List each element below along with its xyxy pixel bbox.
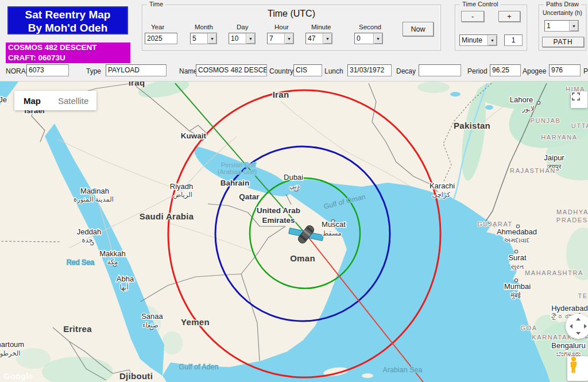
map-label: Red Sea bbox=[67, 258, 95, 267]
map-label: RAJASTHAN bbox=[510, 167, 556, 174]
map-label: MADHYA bbox=[556, 209, 588, 215]
time-step-plus-button[interactable]: + bbox=[498, 11, 520, 22]
info-label-period: Period bbox=[467, 67, 488, 75]
info-lunch-input[interactable]: 31/03/1972 bbox=[347, 64, 392, 76]
map-label: الخرطوم bbox=[0, 350, 20, 358]
map-label: Sanaa bbox=[141, 312, 163, 321]
map-label: Madinah bbox=[80, 187, 109, 195]
map-label: Jaipur bbox=[544, 153, 564, 162]
time-step-amount-input[interactable]: 1 bbox=[504, 34, 523, 46]
map-label: United Arab bbox=[257, 206, 300, 215]
time-minute-value: 47 bbox=[306, 33, 323, 44]
map-label: کراچی bbox=[432, 191, 450, 199]
info-label-lunch: Lunch bbox=[324, 67, 343, 75]
info-label-type: Type bbox=[86, 67, 101, 75]
map-label: Riyadh bbox=[170, 182, 193, 191]
chevron-down-icon[interactable]: ▼ bbox=[569, 21, 578, 31]
time-control-group-label: Time Control bbox=[460, 1, 501, 7]
now-button[interactable]: Now bbox=[403, 22, 434, 36]
app-title-line2: By Moh'd Odeh bbox=[9, 21, 127, 34]
map-label: Qatar bbox=[239, 192, 260, 201]
map-label: Jeddah bbox=[77, 227, 102, 236]
time-field-label-minute: Minute bbox=[311, 24, 331, 30]
time-step-minus-button[interactable]: - bbox=[461, 11, 484, 22]
map-label: جدة bbox=[82, 237, 92, 244]
path-button[interactable]: PATH bbox=[542, 37, 584, 47]
chevron-down-icon[interactable]: ▼ bbox=[284, 33, 293, 44]
app-title-line1: Sat Reentry Map bbox=[9, 8, 127, 21]
map-label: Makkah bbox=[99, 249, 126, 258]
map-label: PRADESH bbox=[556, 217, 588, 223]
fullscreen-button[interactable] bbox=[571, 91, 587, 108]
map-label: Kuwait bbox=[181, 132, 207, 140]
time-month-value: 5 bbox=[191, 33, 207, 44]
time-hour-combo[interactable]: 7▼ bbox=[267, 33, 294, 44]
info-country-input[interactable]: CIS bbox=[293, 64, 322, 76]
time-year-input[interactable]: 2025 bbox=[145, 33, 177, 44]
map-viewport[interactable]: IranIraqPakistanSaudi ArabiaYemenOmanEri… bbox=[0, 82, 588, 382]
chevron-down-icon[interactable]: ▼ bbox=[373, 33, 382, 44]
info-decay-input[interactable] bbox=[419, 64, 461, 76]
city-dot bbox=[514, 250, 517, 253]
time-field-label-hour: Hour bbox=[274, 24, 289, 30]
info-label-name: Name bbox=[179, 67, 198, 75]
info-type-input[interactable]: PAYLOAD bbox=[106, 64, 167, 76]
chevron-down-icon[interactable]: ▼ bbox=[323, 33, 332, 44]
sat-reentry-app: Sat Reentry Map By Moh'd Odeh COSMOS 482… bbox=[0, 0, 588, 382]
map-label: Saudi Arabia bbox=[140, 211, 194, 221]
map-label: المدينة المنورة bbox=[74, 196, 114, 204]
info-label-clipped: P bbox=[583, 67, 588, 75]
time-field-label-day: Day bbox=[237, 24, 248, 30]
map-label: أبها bbox=[119, 283, 128, 291]
map-label: Ahmedabad bbox=[497, 227, 537, 236]
map-label: અમદાવાદ bbox=[504, 237, 530, 244]
info-name-input[interactable]: COSMOS 482 DESCEN bbox=[196, 64, 267, 76]
pegman-control[interactable] bbox=[567, 356, 588, 381]
paths-draw-groupbox: Paths Draw Uncertainty (h) 1 ▼ PATH bbox=[539, 5, 586, 51]
info-label-apogee: Apogee bbox=[523, 67, 546, 75]
time-second-combo[interactable]: 0▼ bbox=[354, 33, 383, 44]
time-group-label: Time bbox=[147, 1, 165, 7]
info-norad-input[interactable]: 6073 bbox=[26, 64, 69, 76]
map-label: Mumbai bbox=[504, 282, 531, 291]
map-type-control: Map Satellite bbox=[14, 91, 96, 110]
map-label: TEL bbox=[578, 292, 588, 299]
map-tab[interactable]: Map bbox=[14, 96, 50, 106]
map-label: સુરત bbox=[511, 263, 524, 271]
map-label: Persian Gulf bbox=[221, 161, 256, 168]
map-label: Bahrain bbox=[220, 179, 249, 187]
map-label: مكة bbox=[107, 258, 118, 265]
map-label: مسقط bbox=[322, 230, 341, 237]
map-label: Muscat bbox=[322, 220, 346, 229]
map-label: Gulf of Aden bbox=[179, 363, 219, 371]
uncertainty-label: Uncertainty (h) bbox=[543, 9, 582, 16]
map-canvas[interactable]: IranIraqPakistanSaudi ArabiaYemenOmanEri… bbox=[0, 82, 588, 382]
map-label: Iran bbox=[273, 90, 289, 99]
map-label: Khartoum bbox=[0, 340, 24, 349]
map-label: Emirates bbox=[262, 216, 295, 225]
app-title-banner: Sat Reentry Map By Moh'd Odeh bbox=[7, 6, 128, 34]
pan-control[interactable] bbox=[566, 314, 588, 339]
info-apogee-input[interactable]: 976 bbox=[549, 64, 581, 76]
time-minute-combo[interactable]: 47▼ bbox=[305, 33, 332, 44]
tracked-object-banner: COSMOS 482 DESCENT CRAFT: 06073U bbox=[6, 43, 130, 63]
map-label: لاہور bbox=[521, 105, 534, 113]
info-label-decay: Decay bbox=[396, 67, 416, 75]
paths-draw-group-label: Paths Draw bbox=[544, 1, 581, 7]
time-month-combo[interactable]: 5▼ bbox=[190, 33, 217, 44]
map-label: GUJARAT bbox=[477, 221, 513, 227]
map-label: Dubai bbox=[284, 173, 303, 182]
time-step-unit-combo[interactable]: Minute ▼ bbox=[459, 34, 497, 46]
map-label: Je bbox=[0, 95, 7, 104]
time-day-combo[interactable]: 10▼ bbox=[229, 33, 256, 44]
map-label: Surat bbox=[508, 253, 526, 262]
map-label: HARYANA bbox=[541, 134, 577, 141]
map-label: GOA bbox=[520, 325, 537, 331]
chevron-down-icon[interactable]: ▼ bbox=[246, 33, 255, 44]
chevron-down-icon[interactable]: ▼ bbox=[207, 33, 216, 44]
chevron-down-icon[interactable]: ▼ bbox=[488, 35, 497, 45]
satellite-tab[interactable]: Satellite bbox=[50, 96, 96, 106]
time-utc-title: Time (UTC) bbox=[142, 9, 440, 19]
info-period-input[interactable]: 96.25 bbox=[490, 64, 521, 76]
uncertainty-combo[interactable]: 1 ▼ bbox=[544, 20, 579, 32]
